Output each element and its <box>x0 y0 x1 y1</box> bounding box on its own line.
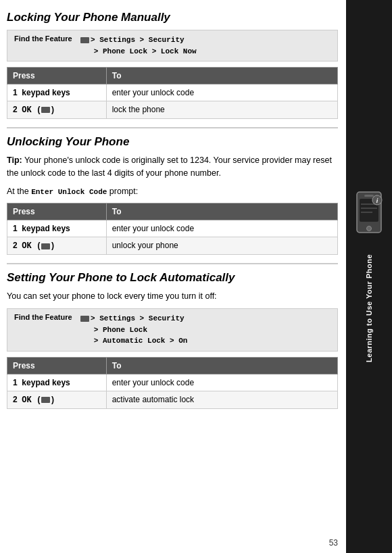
prompt-paragraph: At the Enter Unlock Code prompt: <box>7 185 338 198</box>
row2-press: 2 OK () <box>7 391 107 408</box>
tip-paragraph: Tip: Your phone's unlock code is origina… <box>7 154 338 180</box>
svg-rect-2 <box>364 195 374 197</box>
menu-icon-1 <box>80 37 89 43</box>
find-feature-1: Find the Feature > Settings > Security >… <box>7 30 338 62</box>
col-to-3: To <box>106 357 337 374</box>
row1-press: 1 keypad keys <box>7 85 107 101</box>
table-row: 1 keypad keys enter your unlock code <box>7 220 338 237</box>
find-feature-3: Find the Feature > Settings > Security >… <box>7 308 338 352</box>
row2-to: lock the phone <box>106 101 337 119</box>
divider-2 <box>7 263 338 264</box>
section3-title: Setting Your Phone to Lock Automatically <box>7 271 338 285</box>
table-row: 1 keypad keys enter your unlock code <box>7 85 338 101</box>
col-to-1: To <box>106 68 337 85</box>
table-row: 2 OK () activate automatic lock <box>7 391 338 408</box>
col-to-2: To <box>106 203 337 220</box>
table-auto-lock: Press To 1 keypad keys enter your unlock… <box>7 357 338 409</box>
find-feature-3-label: Find the Feature <box>14 313 75 321</box>
section-auto-lock: Setting Your Phone to Lock Automatically… <box>7 271 338 408</box>
find-feature-1-path: > Settings > Security > Phone Lock > Loc… <box>80 34 197 57</box>
section3-intro: You can set your phone to lock every tim… <box>7 290 338 303</box>
col-press-2: Press <box>7 203 107 220</box>
row2-press: 2 OK () <box>7 237 107 255</box>
col-press-1: Press <box>7 68 107 85</box>
section2-title: Unlocking Your Phone <box>7 135 338 149</box>
row2-to: activate automatic lock <box>106 391 337 408</box>
sidebar-label: Learning to Use Your Phone <box>365 254 373 362</box>
sidebar: i Learning to Use Your Phone <box>346 0 392 553</box>
section-unlock: Unlocking Your Phone Tip: Your phone's u… <box>7 135 338 255</box>
col-press-3: Press <box>7 357 107 374</box>
page-number: 53 <box>329 538 338 548</box>
row1-to: enter your unlock code <box>106 85 337 101</box>
menu-icon-3 <box>80 316 89 322</box>
row1-press: 1 keypad keys <box>7 374 107 391</box>
section1-title: Locking Your Phone Manually <box>7 11 338 24</box>
divider-1 <box>7 127 338 128</box>
row1-to: enter your unlock code <box>106 220 337 237</box>
find-feature-3-path: > Settings > Security > Phone Lock > Aut… <box>80 313 187 347</box>
main-content: Locking Your Phone Manually Find the Fea… <box>0 0 346 553</box>
svg-point-6 <box>367 226 372 231</box>
table-unlock: Press To 1 keypad keys enter your unlock… <box>7 203 338 255</box>
find-feature-1-label: Find the Feature <box>14 34 75 43</box>
table-row: 1 keypad keys enter your unlock code <box>7 374 338 391</box>
phone-icon-container: i <box>353 191 385 238</box>
row1-to: enter your unlock code <box>106 374 337 391</box>
table-lock-manually: Press To 1 keypad keys enter your unlock… <box>7 67 338 119</box>
table-row: 2 OK () lock the phone <box>7 101 338 119</box>
row1-press: 1 keypad keys <box>7 220 107 237</box>
row2-press: 2 OK () <box>7 101 107 119</box>
row2-to: unlock your phone <box>106 237 337 255</box>
phone-illustration: i <box>353 191 385 238</box>
table-row: 2 OK () unlock your phone <box>7 237 338 255</box>
section-lock-manually: Locking Your Phone Manually Find the Fea… <box>7 11 338 119</box>
